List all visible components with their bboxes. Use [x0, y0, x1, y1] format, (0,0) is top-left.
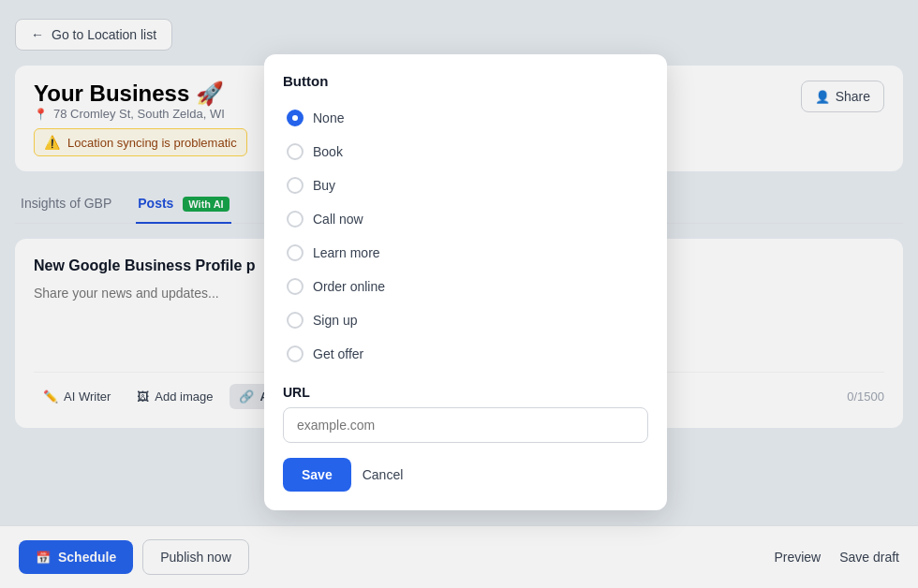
button-options-list: None Book Buy Call now Learn more Order … — [283, 102, 648, 370]
radio-call-now-circle — [287, 211, 304, 228]
option-buy[interactable]: Buy — [283, 169, 648, 201]
radio-book-circle — [287, 143, 304, 160]
popup-title: Button — [283, 73, 648, 89]
radio-sign-up-circle — [287, 312, 304, 329]
radio-none-circle — [287, 110, 304, 126]
button-options-popup: Button None Book Buy Call now Learn more — [264, 54, 667, 510]
radio-get-offer-circle — [287, 345, 304, 362]
option-call-now[interactable]: Call now — [283, 203, 648, 235]
radio-learn-more-circle — [287, 244, 304, 261]
popup-save-button[interactable]: Save — [283, 458, 351, 492]
option-none[interactable]: None — [283, 102, 648, 134]
option-order-online[interactable]: Order online — [283, 271, 648, 302]
option-get-offer[interactable]: Get offer — [283, 338, 648, 370]
radio-order-online-circle — [287, 278, 304, 295]
popup-actions: Save Cancel — [283, 458, 648, 492]
url-input[interactable] — [283, 407, 648, 443]
option-sign-up[interactable]: Sign up — [283, 304, 648, 336]
popup-cancel-button[interactable]: Cancel — [363, 467, 404, 482]
url-section-title: URL — [283, 385, 648, 400]
radio-buy-circle — [287, 177, 304, 194]
option-learn-more[interactable]: Learn more — [283, 237, 648, 269]
option-book[interactable]: Book — [283, 136, 648, 168]
